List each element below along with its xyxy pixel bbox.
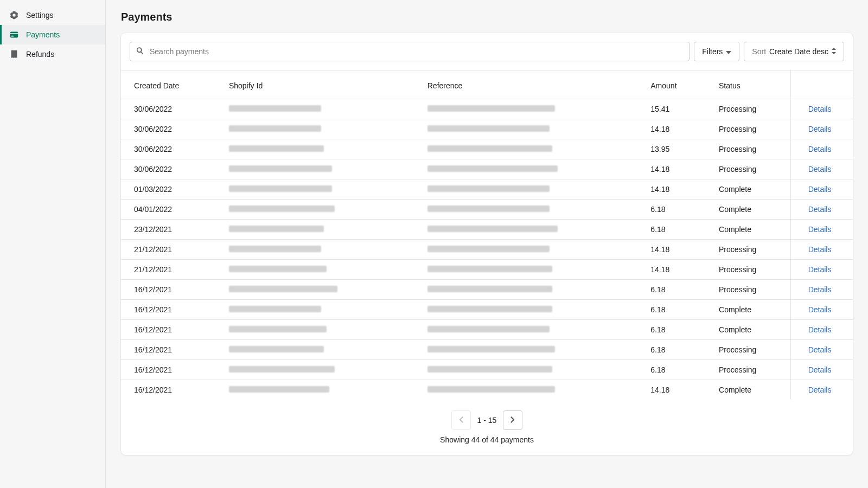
cell-shopify-id (220, 159, 419, 179)
filters-button[interactable]: Filters (694, 42, 739, 61)
col-reference: Reference (419, 70, 642, 99)
details-link[interactable]: Details (808, 165, 832, 174)
redacted-text (427, 125, 550, 132)
cell-status: Processing (710, 280, 791, 300)
cell-reference (419, 159, 642, 179)
pagination: 1 - 15 Showing 44 of 44 payments (121, 400, 853, 455)
sidebar-item-refunds[interactable]: Refunds (0, 44, 105, 64)
redacted-text (427, 145, 552, 152)
redacted-text (229, 206, 335, 212)
cell-status: Complete (710, 320, 791, 340)
search-icon (135, 46, 145, 57)
redacted-text (229, 286, 337, 292)
details-link[interactable]: Details (808, 285, 832, 294)
cell-amount: 6.18 (642, 220, 710, 240)
table-row: 16/12/20216.18CompleteDetails (121, 300, 853, 320)
pagination-range: 1 - 15 (477, 416, 497, 425)
table-row: 16/12/20216.18ProcessingDetails (121, 280, 853, 300)
details-link[interactable]: Details (808, 365, 832, 374)
cell-date: 16/12/2021 (121, 300, 220, 320)
details-link[interactable]: Details (808, 205, 832, 214)
redacted-text (229, 125, 321, 132)
redacted-text (229, 326, 327, 332)
redacted-text (427, 226, 558, 232)
details-link[interactable]: Details (808, 386, 832, 394)
gear-icon (9, 10, 20, 21)
redacted-text (229, 266, 327, 272)
search-wrap (130, 42, 690, 61)
details-link[interactable]: Details (808, 105, 832, 113)
cell-reference (419, 340, 642, 360)
cell-actions: Details (791, 320, 853, 340)
table-row: 04/01/20226.18CompleteDetails (121, 200, 853, 220)
col-created-date: Created Date (121, 70, 220, 99)
cell-shopify-id (220, 220, 419, 240)
cell-amount: 15.41 (642, 99, 710, 119)
cell-actions: Details (791, 179, 853, 200)
cell-date: 16/12/2021 (121, 280, 220, 300)
cell-status: Processing (710, 260, 791, 280)
table-row: 16/12/20216.18ProcessingDetails (121, 340, 853, 360)
details-link[interactable]: Details (808, 145, 832, 153)
details-link[interactable]: Details (808, 345, 832, 354)
cell-amount: 6.18 (642, 300, 710, 320)
sidebar-item-payments[interactable]: Payments (0, 25, 105, 44)
details-link[interactable]: Details (808, 225, 832, 234)
cell-shopify-id (220, 240, 419, 260)
cell-amount: 14.18 (642, 240, 710, 260)
cell-date: 30/06/2022 (121, 119, 220, 139)
cell-actions: Details (791, 99, 853, 119)
search-input[interactable] (130, 42, 690, 61)
details-link[interactable]: Details (808, 305, 832, 314)
sort-button[interactable]: Sort Create Date desc (744, 42, 844, 61)
cell-status: Complete (710, 380, 791, 400)
cell-shopify-id (220, 260, 419, 280)
details-link[interactable]: Details (808, 185, 832, 194)
details-link[interactable]: Details (808, 245, 832, 254)
receipt-icon (9, 49, 20, 60)
cell-amount: 6.18 (642, 360, 710, 380)
prev-page-button[interactable] (451, 410, 471, 430)
cell-date: 21/12/2021 (121, 240, 220, 260)
table-row: 30/06/202214.18ProcessingDetails (121, 119, 853, 139)
next-page-button[interactable] (503, 410, 522, 430)
redacted-text (229, 185, 332, 192)
cell-reference (419, 320, 642, 340)
cell-amount: 13.95 (642, 139, 710, 159)
cell-shopify-id (220, 340, 419, 360)
sidebar-item-label: Payments (26, 30, 60, 39)
col-status: Status (710, 70, 791, 99)
chevron-left-icon (459, 416, 463, 425)
cell-actions: Details (791, 159, 853, 179)
redacted-text (229, 366, 335, 373)
cell-shopify-id (220, 99, 419, 119)
sidebar: Settings Payments Refunds (0, 0, 106, 488)
pagination-controls: 1 - 15 (451, 410, 523, 430)
table-header-row: Created Date Shopify Id Reference Amount… (121, 70, 853, 99)
redacted-text (427, 266, 552, 272)
details-link[interactable]: Details (808, 265, 832, 274)
caret-down-icon (726, 47, 731, 56)
table-row: 21/12/202114.18ProcessingDetails (121, 260, 853, 280)
details-link[interactable]: Details (808, 125, 832, 133)
table-row: 30/06/202214.18ProcessingDetails (121, 159, 853, 179)
cell-date: 16/12/2021 (121, 340, 220, 360)
toolbar: Filters Sort Create Date desc (121, 33, 853, 70)
cell-status: Processing (710, 119, 791, 139)
sort-value: Create Date desc (769, 47, 828, 56)
cell-date: 23/12/2021 (121, 220, 220, 240)
cell-shopify-id (220, 179, 419, 200)
cell-actions: Details (791, 119, 853, 139)
sidebar-item-settings[interactable]: Settings (0, 5, 105, 25)
cell-status: Processing (710, 360, 791, 380)
cell-reference (419, 360, 642, 380)
details-link[interactable]: Details (808, 325, 832, 334)
cell-reference (419, 240, 642, 260)
cell-status: Complete (710, 220, 791, 240)
payments-table: Created Date Shopify Id Reference Amount… (121, 70, 853, 400)
table-row: 16/12/20216.18ProcessingDetails (121, 360, 853, 380)
redacted-text (427, 165, 558, 172)
sidebar-item-label: Settings (26, 11, 54, 20)
redacted-text (427, 286, 552, 292)
cell-amount: 14.18 (642, 159, 710, 179)
